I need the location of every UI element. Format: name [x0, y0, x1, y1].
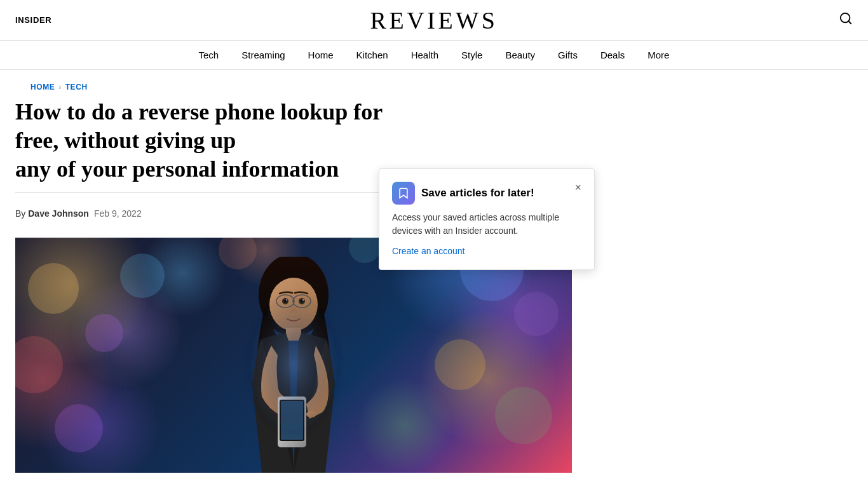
- nav-item-tech[interactable]: Tech: [199, 50, 219, 60]
- nav-item-deals[interactable]: Deals: [600, 50, 625, 60]
- author-prefix: By: [15, 208, 28, 219]
- article-title-line1: How to do a reverse phone lookup for fre…: [15, 99, 383, 153]
- article-author: By Dave Johnson: [15, 208, 89, 219]
- create-account-link[interactable]: Create an account: [392, 246, 465, 256]
- nav-item-streaming[interactable]: Streaming: [241, 50, 285, 60]
- nav-item-home[interactable]: Home: [308, 50, 334, 60]
- nav-item-health[interactable]: Health: [411, 50, 438, 60]
- breadcrumb-current[interactable]: TECH: [65, 83, 88, 92]
- svg-point-20: [243, 288, 344, 441]
- article-title-line2: any of your personal information: [15, 156, 339, 182]
- breadcrumb: HOME › TECH: [15, 70, 595, 98]
- site-title: REVIEWS: [370, 6, 498, 34]
- article-hero-image: [15, 238, 572, 473]
- svg-line-1: [848, 21, 851, 24]
- close-icon: ×: [574, 181, 581, 194]
- site-header: INSIDER REVIEWS: [0, 0, 868, 41]
- search-icon[interactable]: [839, 11, 853, 29]
- main-nav: Tech Streaming Home Kitchen Health Style…: [0, 41, 868, 70]
- article-meta-left: By Dave Johnson Feb 9, 2022: [15, 208, 142, 219]
- nav-item-gifts[interactable]: Gifts: [558, 50, 578, 60]
- save-popup-icon-title: Save articles for later!: [392, 182, 534, 205]
- article-container: HOME › TECH How to do a reverse phone lo…: [0, 70, 610, 473]
- nav-item-beauty[interactable]: Beauty: [505, 50, 535, 60]
- save-popup: Save articles for later! × Access your s…: [379, 168, 595, 270]
- article-date: Feb 9, 2022: [94, 208, 142, 219]
- breadcrumb-separator: ›: [58, 83, 61, 91]
- nav-item-kitchen[interactable]: Kitchen: [356, 50, 388, 60]
- save-popup-header: Save articles for later! ×: [392, 182, 581, 205]
- breadcrumb-home[interactable]: HOME: [31, 83, 55, 92]
- nav-item-more[interactable]: More: [648, 50, 669, 60]
- person-figure: [217, 257, 370, 473]
- save-popup-title: Save articles for later!: [421, 187, 534, 200]
- save-popup-body: Access your saved articles across multip…: [392, 211, 581, 238]
- site-logo: INSIDER: [15, 15, 51, 25]
- save-popup-close-button[interactable]: ×: [574, 182, 581, 193]
- save-popup-icon: [392, 182, 415, 205]
- author-name: Dave Johnson: [28, 208, 89, 219]
- nav-item-style[interactable]: Style: [461, 50, 482, 60]
